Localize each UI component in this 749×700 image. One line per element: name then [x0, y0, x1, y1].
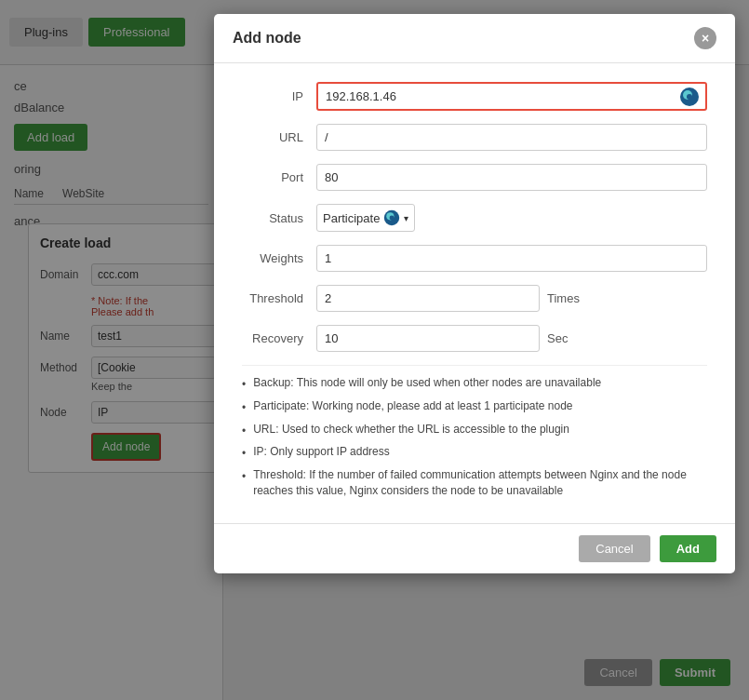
chevron-down-icon: ▾ — [404, 213, 408, 223]
port-input[interactable] — [316, 164, 707, 191]
port-label: Port — [242, 170, 316, 184]
ip-row: IP — [242, 82, 707, 111]
svg-point-2 — [687, 94, 692, 100]
status-row: Status Participate ▾ — [242, 204, 707, 232]
status-label: Status — [242, 211, 316, 225]
svg-point-5 — [390, 216, 395, 221]
nordvpn-status-icon — [383, 209, 400, 226]
bullet-icon-0: • — [242, 377, 246, 393]
port-row: Port — [242, 164, 707, 191]
threshold-row: Threshold Times — [242, 285, 707, 312]
nordvpn-icon — [679, 87, 700, 107]
note-text-3: IP: Only support IP address — [253, 444, 390, 460]
note-item-0: • Backup: This node will only be used wh… — [242, 375, 707, 393]
bullet-icon-1: • — [242, 400, 246, 416]
modal-footer: Cancel Add — [214, 523, 735, 573]
bullet-icon-2: • — [242, 424, 246, 439]
url-row: URL — [242, 124, 707, 151]
modal-title: Add node — [233, 30, 301, 47]
note-text-0: Backup: This node will only be used when… — [253, 375, 601, 391]
ip-input[interactable] — [316, 82, 707, 111]
recovery-input[interactable] — [316, 325, 540, 352]
modal-close-button[interactable]: × — [694, 27, 716, 49]
weights-row: Weights — [242, 245, 707, 272]
modal-header: Add node × — [214, 14, 735, 63]
modal-notes: • Backup: This node will only be used wh… — [242, 365, 707, 499]
weights-label: Weights — [242, 251, 316, 265]
note-item-2: • URL: Used to check whether the URL is … — [242, 422, 707, 439]
note-text-1: Participate: Working node, please add at… — [253, 398, 572, 414]
status-select[interactable]: Participate ▾ — [316, 204, 415, 232]
note-item-3: • IP: Only support IP address — [242, 444, 707, 462]
ip-input-wrapper — [316, 82, 707, 111]
status-value: Participate — [323, 211, 380, 225]
modal-cancel-button[interactable]: Cancel — [579, 535, 649, 562]
url-label: URL — [242, 130, 316, 144]
add-node-modal: Add node × IP URL Port — [214, 14, 735, 573]
note-text-4: Threshold: If the number of failed commu… — [253, 467, 707, 499]
note-item-4: • Threshold: If the number of failed com… — [242, 467, 707, 499]
note-item-1: • Participate: Working node, please add … — [242, 398, 707, 416]
url-input[interactable] — [316, 124, 707, 151]
modal-body: IP URL Port Status Participate — [214, 63, 735, 523]
threshold-unit: Times — [547, 291, 580, 305]
modal-add-button[interactable]: Add — [660, 535, 716, 562]
weights-input[interactable] — [316, 245, 707, 272]
ip-label: IP — [242, 89, 316, 103]
note-text-2: URL: Used to check whether the URL is ac… — [253, 422, 569, 438]
recovery-unit: Sec — [547, 331, 568, 345]
bullet-icon-3: • — [242, 446, 246, 462]
threshold-input[interactable] — [316, 285, 540, 312]
recovery-label: Recovery — [242, 331, 316, 345]
threshold-label: Threshold — [242, 291, 316, 305]
bullet-icon-4: • — [242, 469, 246, 485]
recovery-row: Recovery Sec — [242, 325, 707, 352]
